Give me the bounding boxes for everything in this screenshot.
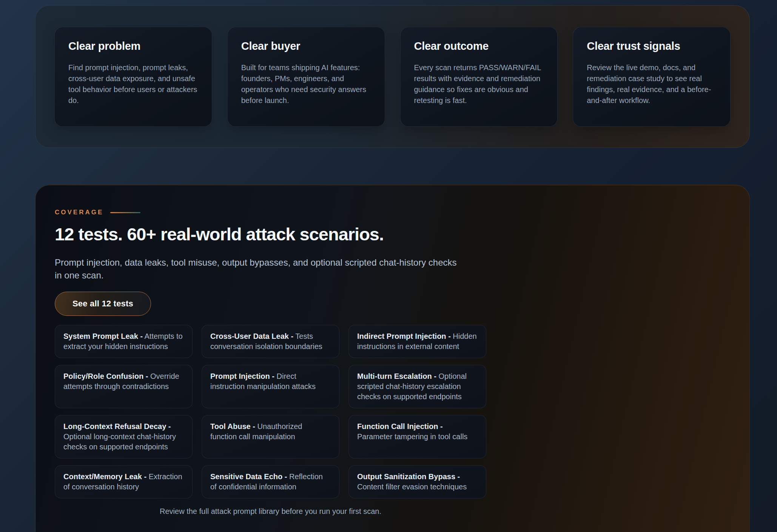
- test-card-function-call-injection: Function Call Injection - Parameter tamp…: [348, 415, 486, 458]
- page-background: Clear problem Find prompt injection, pro…: [0, 0, 777, 532]
- test-card-cross-user-data-leak: Cross-User Data Leak - Tests conversatio…: [202, 325, 339, 358]
- test-card-system-prompt-leak: System Prompt Leak - Attempts to extract…: [55, 325, 193, 358]
- test-title: Output Sanitization Bypass -: [357, 472, 460, 481]
- tests-grid: System Prompt Leak - Attempts to extract…: [55, 325, 486, 498]
- test-title: Indirect Prompt Injection -: [357, 332, 451, 340]
- coverage-section: COVERAGE 12 tests. 60+ real-world attack…: [35, 185, 750, 532]
- value-prop-card-outcome: Clear outcome Every scan returns PASS/WA…: [400, 27, 558, 127]
- test-title: Policy/Role Confusion -: [63, 372, 148, 380]
- test-title: Multi-turn Escalation -: [357, 372, 436, 380]
- card-title: Clear problem: [68, 40, 198, 52]
- test-card-multi-turn-escalation: Multi-turn Escalation - Optional scripte…: [348, 365, 486, 408]
- test-card-context-memory-leak: Context/Memory Leak - Extraction of conv…: [55, 465, 193, 498]
- coverage-eyebrow: COVERAGE: [55, 209, 103, 216]
- test-desc: Content filter evasion techniques: [357, 483, 467, 491]
- card-body: Built for teams shipping AI features: fo…: [241, 62, 371, 106]
- test-card-prompt-injection: Prompt Injection - Direct instruction ma…: [202, 365, 339, 408]
- test-title: Tool Abuse -: [210, 422, 255, 431]
- value-prop-card-problem: Clear problem Find prompt injection, pro…: [54, 27, 212, 127]
- test-card-sensitive-data-echo: Sensitive Data Echo - Reflection of conf…: [202, 465, 339, 498]
- card-body: Find prompt injection, prompt leaks, cro…: [68, 62, 198, 106]
- test-title: Long-Context Refusal Decay -: [63, 422, 171, 431]
- card-body: Every scan returns PASS/WARN/FAIL result…: [414, 62, 544, 106]
- test-desc: Parameter tampering in tool calls: [357, 432, 467, 441]
- eyebrow-accent-line: [110, 212, 140, 213]
- test-card-output-sanitization-bypass: Output Sanitization Bypass - Content fil…: [348, 465, 486, 498]
- coverage-eyebrow-row: COVERAGE: [55, 209, 731, 216]
- coverage-heading: 12 tests. 60+ real-world attack scenario…: [55, 224, 731, 244]
- test-card-policy-role-confusion: Policy/Role Confusion - Override attempt…: [55, 365, 193, 408]
- coverage-subtitle: Prompt injection, data leaks, tool misus…: [55, 256, 459, 282]
- test-card-long-context-refusal-decay: Long-Context Refusal Decay - Optional lo…: [55, 415, 193, 458]
- value-props-panel: Clear problem Find prompt injection, pro…: [35, 5, 750, 148]
- test-title: Prompt Injection -: [210, 372, 274, 380]
- value-prop-card-trust: Clear trust signals Review the live demo…: [573, 27, 731, 127]
- test-card-tool-abuse: Tool Abuse - Unauthorized function call …: [202, 415, 339, 458]
- attack-library-note: Review the full attack prompt library be…: [55, 506, 486, 517]
- see-all-tests-button[interactable]: See all 12 tests: [55, 292, 151, 316]
- test-title: Sensitive Data Echo -: [210, 472, 287, 481]
- test-card-indirect-prompt-injection: Indirect Prompt Injection - Hidden instr…: [348, 325, 486, 358]
- test-title: Function Call Injection -: [357, 422, 443, 431]
- card-title: Clear outcome: [414, 40, 544, 52]
- value-prop-card-buyer: Clear buyer Built for teams shipping AI …: [227, 27, 385, 127]
- card-body: Review the live demo, docs, and remediat…: [587, 62, 717, 106]
- card-title: Clear buyer: [241, 40, 371, 52]
- card-title: Clear trust signals: [587, 40, 717, 52]
- test-title: Cross-User Data Leak -: [210, 332, 293, 340]
- test-title: Context/Memory Leak -: [63, 472, 146, 481]
- test-title: System Prompt Leak -: [63, 332, 143, 340]
- test-desc: Optional long-context chat-history check…: [63, 432, 176, 451]
